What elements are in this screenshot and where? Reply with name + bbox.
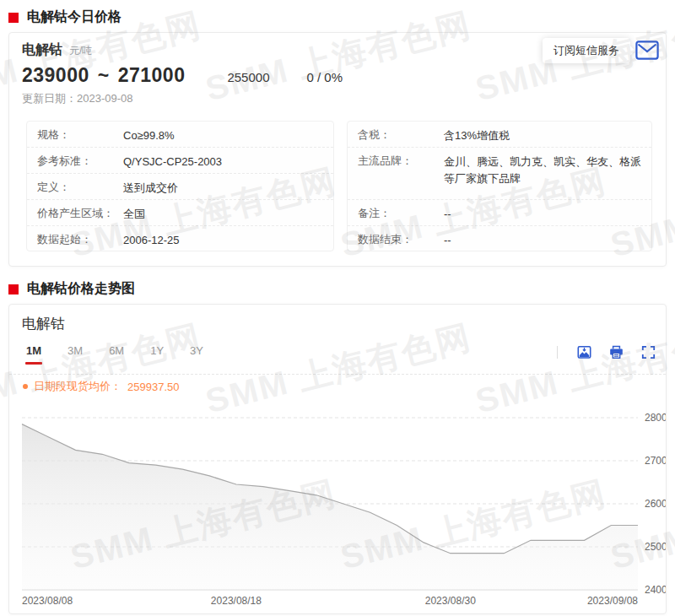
svg-text:250000: 250000 <box>645 541 666 553</box>
info-value: 金川、腾远、凯力克、凯实、华友、格派等厂家旗下品牌 <box>444 154 641 186</box>
info-row: 含税： 含13%增值税 <box>348 122 651 148</box>
legend-item[interactable]: 日期段现货均价：259937.50 <box>23 379 179 394</box>
chart-title: 电解钴 <box>22 314 65 333</box>
info-box-right: 含税： 含13%增值税 主流品牌： 金川、腾远、凯力克、凯实、华友、格派等厂家旗… <box>347 121 652 251</box>
svg-text:2023/08/08: 2023/08/08 <box>22 595 73 607</box>
legend-value: 259937.50 <box>127 381 179 393</box>
svg-text:2023/09/08: 2023/09/08 <box>587 595 638 607</box>
info-row: 定义： 送到成交价 <box>27 174 333 200</box>
info-label: 定义： <box>37 180 123 195</box>
info-row: 规格： Co≥99.8% <box>27 122 333 148</box>
tab-1y[interactable]: 1Y <box>150 344 164 357</box>
update-date-value: 2023-09-08 <box>77 92 133 105</box>
info-label: 备注： <box>358 206 444 221</box>
chart-toolbar <box>557 345 656 359</box>
fullscreen-icon[interactable] <box>641 345 656 359</box>
svg-text:280000: 280000 <box>645 412 666 424</box>
product-name: 电解钴 <box>22 41 62 59</box>
info-label: 数据结束： <box>358 232 444 247</box>
red-square-bullet <box>8 13 19 23</box>
info-row: 备注： -- <box>348 200 651 226</box>
update-date-label: 更新日期： <box>22 92 77 105</box>
info-box-left: 规格： Co≥99.8% 参考标准： Q/YSJC-CP25-2003 定义： … <box>26 121 334 251</box>
print-icon[interactable] <box>609 345 624 359</box>
info-value: 2006-12-25 <box>123 232 180 249</box>
tabs-divider <box>9 374 666 375</box>
toolbar-divider <box>557 346 558 359</box>
price-high: 271000 <box>118 64 186 87</box>
section-heading-trend: 电解钴价格走势图 <box>8 280 135 298</box>
info-label: 含税： <box>358 127 444 143</box>
info-row: 参考标准： Q/YSJC-CP25-2003 <box>27 148 333 174</box>
legend-label: 日期段现货均价： <box>34 379 122 394</box>
price-separator: ~ <box>98 64 110 87</box>
envelope-icon[interactable] <box>635 41 659 60</box>
info-label: 主流品牌： <box>358 154 444 169</box>
today-price-card: 电解钴 元/吨 订阅短信服务 239000 ~ 271000 255000 0 … <box>8 32 667 267</box>
price-trend-chart[interactable]: 2400002500002600002700002800002023/08/08… <box>9 395 666 613</box>
red-square-bullet <box>8 284 19 294</box>
period-tabs: 1M 3M 6M 1Y 3Y <box>26 344 203 357</box>
svg-text:270000: 270000 <box>645 455 666 467</box>
section-title-trend: 电解钴价格走势图 <box>27 280 135 298</box>
subscribe-sms-button[interactable]: 订阅短信服务 <box>543 38 630 63</box>
info-value: 送到成交价 <box>123 180 178 197</box>
info-value: 全国 <box>123 206 145 223</box>
tab-1m[interactable]: 1M <box>26 344 41 357</box>
info-row: 数据结束： -- <box>348 226 651 252</box>
price-unit: 元/吨 <box>69 44 92 58</box>
tab-3m[interactable]: 3M <box>68 344 83 357</box>
legend-dot-icon <box>23 384 28 389</box>
info-value: Co≥99.8% <box>123 127 175 144</box>
save-image-icon[interactable] <box>577 345 591 359</box>
page: { "sections": { "today_title": "电解钴今日价格"… <box>0 0 675 616</box>
price-average: 255000 <box>227 70 269 84</box>
svg-text:2023/08/18: 2023/08/18 <box>211 595 262 607</box>
info-row: 主流品牌： 金川、腾远、凯力克、凯实、华友、格派等厂家旗下品牌 <box>348 148 651 200</box>
price-row: 239000 ~ 271000 255000 0 / 0% <box>22 64 343 87</box>
tab-3y[interactable]: 3Y <box>190 344 203 357</box>
info-label: 价格产生区域： <box>37 206 123 221</box>
info-row: 数据起始： 2006-12-25 <box>27 226 333 252</box>
product-row: 电解钴 元/吨 <box>22 41 92 59</box>
info-value: -- <box>444 232 451 249</box>
info-label: 规格： <box>37 127 123 143</box>
tab-6m[interactable]: 6M <box>109 344 124 357</box>
info-value: Q/YSJC-CP25-2003 <box>123 154 222 170</box>
svg-text:260000: 260000 <box>645 498 666 510</box>
info-label: 数据起始： <box>37 232 123 247</box>
info-value: -- <box>444 206 451 223</box>
section-heading-today: 电解钴今日价格 <box>8 8 122 26</box>
trend-chart-card: 电解钴 1M 3M 6M 1Y 3Y 日期段现货均价：259937.50 <box>8 304 667 614</box>
svg-text:2023/08/30: 2023/08/30 <box>425 595 476 607</box>
info-label: 参考标准： <box>37 154 123 169</box>
info-row: 价格产生区域： 全国 <box>27 200 333 226</box>
svg-text:240000: 240000 <box>645 584 666 596</box>
info-value: 含13%增值税 <box>444 127 510 144</box>
price-low: 239000 <box>22 64 89 87</box>
section-title-today: 电解钴今日价格 <box>27 8 122 26</box>
update-date-row: 更新日期：2023-09-08 <box>22 91 133 106</box>
price-change: 0 / 0% <box>307 70 343 84</box>
